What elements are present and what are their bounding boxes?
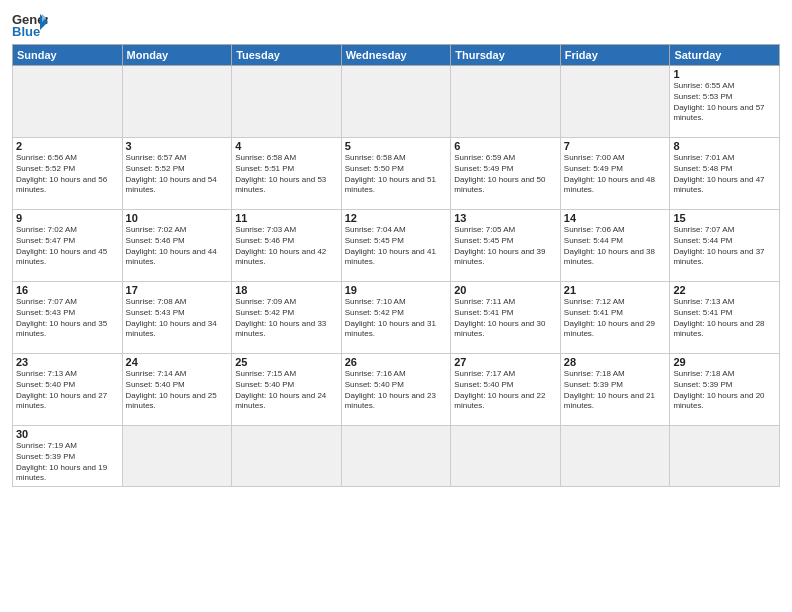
day-info: Sunrise: 6:58 AMSunset: 5:50 PMDaylight:… xyxy=(345,153,448,196)
day-number: 26 xyxy=(345,356,448,368)
calendar-cell xyxy=(560,66,670,138)
day-number: 13 xyxy=(454,212,557,224)
day-number: 10 xyxy=(126,212,229,224)
day-info: Sunrise: 7:17 AMSunset: 5:40 PMDaylight:… xyxy=(454,369,557,412)
calendar-cell: 16Sunrise: 7:07 AMSunset: 5:43 PMDayligh… xyxy=(13,282,123,354)
day-info: Sunrise: 7:09 AMSunset: 5:42 PMDaylight:… xyxy=(235,297,338,340)
day-info: Sunrise: 7:18 AMSunset: 5:39 PMDaylight:… xyxy=(673,369,776,412)
day-number: 25 xyxy=(235,356,338,368)
calendar-cell: 13Sunrise: 7:05 AMSunset: 5:45 PMDayligh… xyxy=(451,210,561,282)
calendar-cell: 2Sunrise: 6:56 AMSunset: 5:52 PMDaylight… xyxy=(13,138,123,210)
calendar-cell: 7Sunrise: 7:00 AMSunset: 5:49 PMDaylight… xyxy=(560,138,670,210)
calendar-cell: 30Sunrise: 7:19 AMSunset: 5:39 PMDayligh… xyxy=(13,426,123,487)
calendar-cell xyxy=(341,66,451,138)
day-number: 24 xyxy=(126,356,229,368)
day-info: Sunrise: 7:02 AMSunset: 5:46 PMDaylight:… xyxy=(126,225,229,268)
day-number: 4 xyxy=(235,140,338,152)
calendar-table: SundayMondayTuesdayWednesdayThursdayFrid… xyxy=(12,44,780,487)
day-info: Sunrise: 7:13 AMSunset: 5:41 PMDaylight:… xyxy=(673,297,776,340)
calendar-week-row: 23Sunrise: 7:13 AMSunset: 5:40 PMDayligh… xyxy=(13,354,780,426)
calendar-week-row: 16Sunrise: 7:07 AMSunset: 5:43 PMDayligh… xyxy=(13,282,780,354)
calendar-cell: 6Sunrise: 6:59 AMSunset: 5:49 PMDaylight… xyxy=(451,138,561,210)
calendar-cell: 27Sunrise: 7:17 AMSunset: 5:40 PMDayligh… xyxy=(451,354,561,426)
weekday-header-sunday: Sunday xyxy=(13,45,123,66)
day-number: 19 xyxy=(345,284,448,296)
day-number: 11 xyxy=(235,212,338,224)
logo: General Blue xyxy=(12,10,52,38)
weekday-header-monday: Monday xyxy=(122,45,232,66)
day-info: Sunrise: 7:01 AMSunset: 5:48 PMDaylight:… xyxy=(673,153,776,196)
day-info: Sunrise: 7:05 AMSunset: 5:45 PMDaylight:… xyxy=(454,225,557,268)
day-number: 23 xyxy=(16,356,119,368)
calendar-cell: 8Sunrise: 7:01 AMSunset: 5:48 PMDaylight… xyxy=(670,138,780,210)
day-info: Sunrise: 6:56 AMSunset: 5:52 PMDaylight:… xyxy=(16,153,119,196)
day-number: 3 xyxy=(126,140,229,152)
day-number: 7 xyxy=(564,140,667,152)
day-number: 9 xyxy=(16,212,119,224)
calendar-cell xyxy=(341,426,451,487)
calendar-cell xyxy=(451,426,561,487)
weekday-header-row: SundayMondayTuesdayWednesdayThursdayFrid… xyxy=(13,45,780,66)
calendar-cell xyxy=(670,426,780,487)
calendar-week-row: 2Sunrise: 6:56 AMSunset: 5:52 PMDaylight… xyxy=(13,138,780,210)
calendar-cell xyxy=(13,66,123,138)
weekday-header-saturday: Saturday xyxy=(670,45,780,66)
page-header: General Blue xyxy=(12,10,780,38)
weekday-header-thursday: Thursday xyxy=(451,45,561,66)
day-info: Sunrise: 6:55 AMSunset: 5:53 PMDaylight:… xyxy=(673,81,776,124)
calendar-cell: 22Sunrise: 7:13 AMSunset: 5:41 PMDayligh… xyxy=(670,282,780,354)
calendar-cell: 17Sunrise: 7:08 AMSunset: 5:43 PMDayligh… xyxy=(122,282,232,354)
calendar-cell: 19Sunrise: 7:10 AMSunset: 5:42 PMDayligh… xyxy=(341,282,451,354)
day-info: Sunrise: 6:58 AMSunset: 5:51 PMDaylight:… xyxy=(235,153,338,196)
calendar-cell: 9Sunrise: 7:02 AMSunset: 5:47 PMDaylight… xyxy=(13,210,123,282)
day-info: Sunrise: 7:07 AMSunset: 5:44 PMDaylight:… xyxy=(673,225,776,268)
day-info: Sunrise: 6:57 AMSunset: 5:52 PMDaylight:… xyxy=(126,153,229,196)
day-number: 21 xyxy=(564,284,667,296)
day-info: Sunrise: 7:15 AMSunset: 5:40 PMDaylight:… xyxy=(235,369,338,412)
calendar-cell: 5Sunrise: 6:58 AMSunset: 5:50 PMDaylight… xyxy=(341,138,451,210)
day-info: Sunrise: 7:02 AMSunset: 5:47 PMDaylight:… xyxy=(16,225,119,268)
calendar-cell: 28Sunrise: 7:18 AMSunset: 5:39 PMDayligh… xyxy=(560,354,670,426)
day-number: 2 xyxy=(16,140,119,152)
calendar-week-row: 30Sunrise: 7:19 AMSunset: 5:39 PMDayligh… xyxy=(13,426,780,487)
day-number: 12 xyxy=(345,212,448,224)
day-number: 17 xyxy=(126,284,229,296)
calendar-cell xyxy=(451,66,561,138)
calendar-cell: 10Sunrise: 7:02 AMSunset: 5:46 PMDayligh… xyxy=(122,210,232,282)
calendar-cell: 1Sunrise: 6:55 AMSunset: 5:53 PMDaylight… xyxy=(670,66,780,138)
calendar-cell: 12Sunrise: 7:04 AMSunset: 5:45 PMDayligh… xyxy=(341,210,451,282)
day-number: 15 xyxy=(673,212,776,224)
calendar-cell: 25Sunrise: 7:15 AMSunset: 5:40 PMDayligh… xyxy=(232,354,342,426)
day-info: Sunrise: 7:07 AMSunset: 5:43 PMDaylight:… xyxy=(16,297,119,340)
day-info: Sunrise: 7:04 AMSunset: 5:45 PMDaylight:… xyxy=(345,225,448,268)
day-number: 28 xyxy=(564,356,667,368)
weekday-header-wednesday: Wednesday xyxy=(341,45,451,66)
calendar-cell: 29Sunrise: 7:18 AMSunset: 5:39 PMDayligh… xyxy=(670,354,780,426)
day-info: Sunrise: 7:08 AMSunset: 5:43 PMDaylight:… xyxy=(126,297,229,340)
day-number: 16 xyxy=(16,284,119,296)
day-number: 27 xyxy=(454,356,557,368)
day-info: Sunrise: 7:18 AMSunset: 5:39 PMDaylight:… xyxy=(564,369,667,412)
day-info: Sunrise: 7:13 AMSunset: 5:40 PMDaylight:… xyxy=(16,369,119,412)
calendar-cell: 18Sunrise: 7:09 AMSunset: 5:42 PMDayligh… xyxy=(232,282,342,354)
day-info: Sunrise: 7:10 AMSunset: 5:42 PMDaylight:… xyxy=(345,297,448,340)
day-number: 22 xyxy=(673,284,776,296)
day-number: 29 xyxy=(673,356,776,368)
day-number: 5 xyxy=(345,140,448,152)
calendar-cell: 14Sunrise: 7:06 AMSunset: 5:44 PMDayligh… xyxy=(560,210,670,282)
day-info: Sunrise: 7:12 AMSunset: 5:41 PMDaylight:… xyxy=(564,297,667,340)
day-number: 20 xyxy=(454,284,557,296)
day-number: 18 xyxy=(235,284,338,296)
calendar-cell xyxy=(232,426,342,487)
day-info: Sunrise: 6:59 AMSunset: 5:49 PMDaylight:… xyxy=(454,153,557,196)
day-number: 1 xyxy=(673,68,776,80)
weekday-header-friday: Friday xyxy=(560,45,670,66)
day-info: Sunrise: 7:06 AMSunset: 5:44 PMDaylight:… xyxy=(564,225,667,268)
calendar-cell: 21Sunrise: 7:12 AMSunset: 5:41 PMDayligh… xyxy=(560,282,670,354)
calendar-cell: 15Sunrise: 7:07 AMSunset: 5:44 PMDayligh… xyxy=(670,210,780,282)
day-info: Sunrise: 7:00 AMSunset: 5:49 PMDaylight:… xyxy=(564,153,667,196)
calendar-cell: 24Sunrise: 7:14 AMSunset: 5:40 PMDayligh… xyxy=(122,354,232,426)
calendar-cell: 20Sunrise: 7:11 AMSunset: 5:41 PMDayligh… xyxy=(451,282,561,354)
calendar-cell: 26Sunrise: 7:16 AMSunset: 5:40 PMDayligh… xyxy=(341,354,451,426)
calendar-cell: 4Sunrise: 6:58 AMSunset: 5:51 PMDaylight… xyxy=(232,138,342,210)
